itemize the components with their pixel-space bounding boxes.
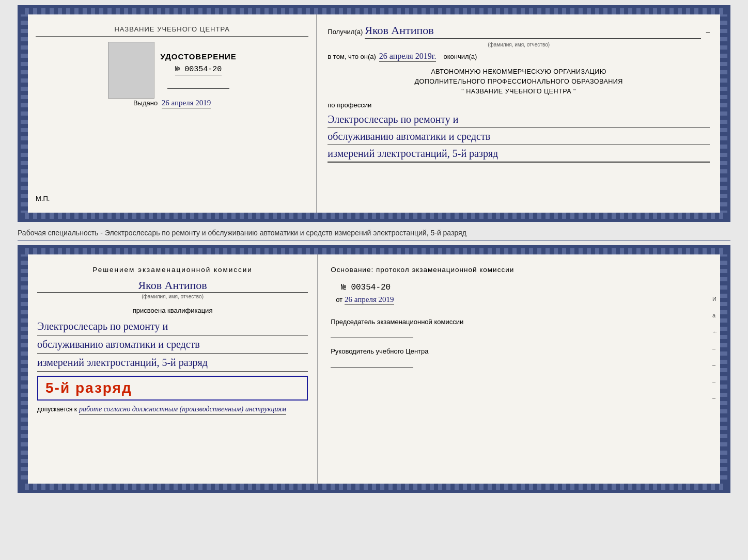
dopuskaetsya-line: допускается к работе согласно должностны… [37, 404, 308, 415]
rukovoditel-block: Руководитель учебного Центра [331, 346, 710, 368]
chairman-block: Председатель экзаменационной комиссии [331, 317, 710, 339]
bottom-document: Решением экзаменационной комиссии Яков А… [18, 245, 730, 493]
qualification-line3: измерений электростанций, 5-й разряд [37, 354, 308, 372]
mp-label: М.П. [36, 195, 50, 202]
separator-text: Рабочая специальность - Электрослесарь п… [18, 226, 730, 241]
dash: – [706, 28, 710, 36]
letter-i: И [712, 296, 718, 302]
top-right-panel: Получил(а) Яков Антипов – (фамилия, имя,… [317, 14, 720, 213]
issued-label: Выдано [133, 99, 158, 107]
top-document: НАЗВАНИЕ УЧЕБНОГО ЦЕНТРА УДОСТОВЕРЕНИЕ №… [18, 5, 730, 222]
bottom-right-border [720, 248, 727, 490]
left-border [21, 8, 28, 219]
prisvoyena-label: присвоена квалификация [37, 307, 308, 314]
org-line3: " НАЗВАНИЕ УЧЕБНОГО ЦЕНТРА " [328, 87, 710, 97]
rank-badge: 5-й разряд [37, 376, 308, 401]
cert-info: УДОСТОВЕРЕНИЕ № 00354-20 [161, 52, 237, 89]
qualification-line1: Электрослесарь по ремонту и [37, 317, 308, 335]
qualification-line2: обслуживанию автоматики и средств [37, 335, 308, 354]
dash3: – [712, 378, 718, 385]
vtom-line: в том, что он(а) 26 апреля 2019г. окончи… [328, 52, 710, 62]
letter-a: а [712, 312, 718, 318]
dash4: – [712, 395, 718, 401]
rukovoditel-signature-line [331, 359, 413, 368]
profession-line1: Электрослесарь по ремонту и обслуживанию… [328, 111, 710, 163]
org-name-block: АВТОНОМНУЮ НЕКОММЕРЧЕСКУЮ ОРГАНИЗАЦИЮ ДО… [328, 67, 710, 96]
right-side-letters: И а ← – – – – [712, 296, 718, 401]
org-line2: ДОПОЛНИТЕЛЬНОГО ПРОФЕССИОНАЛЬНОГО ОБРАЗО… [328, 77, 710, 87]
qualification-block: Электрослесарь по ремонту и обслуживанию… [37, 317, 308, 372]
cert-number: № 00354-20 [175, 65, 222, 75]
rukovoditel-title: Руководитель учебного Центра [331, 346, 710, 357]
dopuskaetsya-label: допускается к [37, 405, 77, 414]
issued-line: Выдано 26 апреля 2019 [133, 99, 211, 107]
right-border [720, 8, 727, 219]
cert-middle-section: УДОСТОВЕРЕНИЕ № 00354-20 [108, 42, 237, 99]
okonchil-label: окончил(а) [443, 53, 477, 60]
cert-title-label: УДОСТОВЕРЕНИЕ [161, 52, 237, 61]
assigned-name: Яков Антипов [37, 279, 308, 293]
assigned-sublabel: (фамилия, имя, отчество) [37, 294, 308, 299]
fio-sublabel-top: (фамилия, имя, отчество) [328, 42, 710, 47]
vtom-label: в том, что он(а) [328, 53, 376, 60]
decision-text: Решением экзаменационной комиссии [37, 266, 308, 274]
recipient-line: Получил(а) Яков Антипов – [328, 24, 710, 39]
ot-label: от [336, 296, 342, 303]
osnovaniye-label: Основание: протокол экзаменационной коми… [331, 266, 710, 274]
top-left-panel: НАЗВАНИЕ УЧЕБНОГО ЦЕНТРА УДОСТОВЕРЕНИЕ №… [28, 14, 317, 213]
chairman-title: Председатель экзаменационной комиссии [331, 317, 710, 327]
org-line1: АВТОНОМНУЮ НЕКОММЕРЧЕСКУЮ ОРГАНИЗАЦИЮ [328, 67, 710, 77]
recipient-name: Яков Антипов [365, 24, 701, 39]
completion-date: 26 апреля 2019г. [379, 52, 437, 62]
poluchil-label: Получил(а) [328, 28, 363, 36]
protocol-date-line: от 26 апреля 2019 [331, 295, 710, 305]
chairman-signature-line [331, 329, 413, 338]
signature-placeholder [167, 79, 229, 89]
protocol-date: 26 апреля 2019 [345, 295, 394, 305]
dash2: – [712, 362, 718, 368]
school-name-top: НАЗВАНИЕ УЧЕБНОГО ЦЕНТРА [36, 25, 308, 37]
photo-placeholder [108, 42, 154, 99]
bottom-left-border [21, 248, 28, 490]
arrow-left: ← [712, 329, 718, 335]
dash1: – [712, 345, 718, 351]
protocol-number: № 00354-20 [331, 283, 710, 292]
issued-date: 26 апреля 2019 [162, 99, 211, 108]
work-instructions: работе согласно должностным (производств… [79, 404, 286, 415]
po-professii-label: по профессии [328, 101, 710, 109]
bottom-left-panel: Решением экзаменационной комиссии Яков А… [28, 254, 318, 484]
bottom-right-panel: Основание: протокол экзаменационной коми… [318, 254, 720, 484]
